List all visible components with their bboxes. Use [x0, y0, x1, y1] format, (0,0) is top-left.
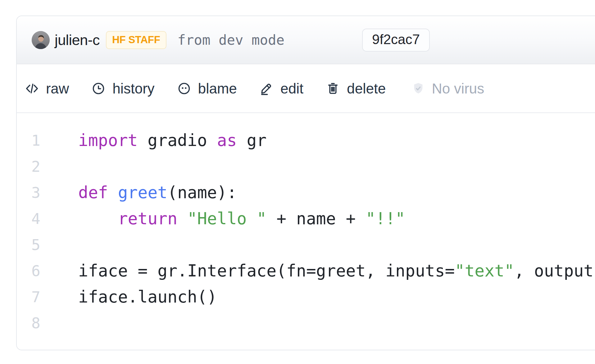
code-line: 5	[17, 232, 595, 258]
commit-hash-pill[interactable]: 9f2cac7	[362, 29, 430, 52]
code-line: 2	[17, 153, 595, 180]
code-token: "text"	[455, 261, 514, 280]
code-text: iface.launch()	[78, 284, 217, 310]
blame-button-label: blame	[198, 80, 237, 97]
edit-button-label: edit	[280, 80, 303, 97]
code-line: 7iface.launch()	[17, 284, 595, 310]
code-token: def	[78, 183, 108, 202]
avatar[interactable]	[32, 31, 50, 49]
code-text: import gradio as gr	[78, 127, 266, 153]
avatar-photo	[32, 31, 50, 49]
pencil-icon	[259, 81, 274, 96]
line-number: 1	[17, 127, 40, 153]
code-line: 4 return "Hello " + name + "!!"	[17, 206, 595, 232]
code-text: def greet(name):	[78, 180, 237, 206]
raw-button-label: raw	[46, 80, 69, 97]
code-icon	[25, 81, 39, 96]
code-token: as	[217, 131, 237, 150]
code-text: return "Hello " + name + "!!"	[78, 206, 405, 232]
line-number: 7	[17, 284, 40, 310]
line-number: 5	[17, 232, 40, 258]
code-token: gr	[237, 131, 267, 150]
page: { "header": { "username": "julien-c", "b…	[0, 0, 595, 364]
code-token: "Hello "	[187, 209, 266, 228]
code-token: + name +	[266, 209, 366, 228]
code-token: , output	[514, 261, 593, 280]
trash-icon	[326, 81, 340, 96]
line-number: 4	[17, 206, 40, 232]
code-token: return	[118, 209, 177, 228]
code-line: 1import gradio as gr	[17, 127, 595, 153]
code-token: (name):	[167, 183, 237, 202]
code-text: iface = gr.Interface(fn=greet, inputs="t…	[78, 258, 593, 284]
commit-message: from dev mode	[178, 32, 284, 48]
code-token: "!!"	[366, 209, 405, 228]
code-viewer: 1import gradio as gr23def greet(name):4 …	[17, 113, 595, 350]
code-line: 6iface = gr.Interface(fn=greet, inputs="…	[17, 258, 595, 284]
line-number: 3	[17, 180, 40, 206]
code-token	[177, 209, 187, 228]
edit-button[interactable]: edit	[259, 80, 303, 97]
file-toolbar: rawhistoryblameeditdeleteNo virus	[17, 64, 595, 113]
code-token: import	[78, 131, 138, 150]
author-username[interactable]: julien-c	[55, 31, 100, 48]
delete-button-label: delete	[347, 80, 386, 97]
virus-scan-label: No virus	[432, 80, 484, 97]
delete-button[interactable]: delete	[326, 80, 386, 97]
blame-button[interactable]: blame	[177, 80, 237, 97]
code-token: iface = gr.Interface(fn=greet, inputs=	[78, 261, 455, 280]
file-viewer-card: julien-c HF STAFF from dev mode 9f2cac7 …	[16, 16, 595, 350]
line-number: 8	[17, 310, 40, 336]
shield-check-icon	[411, 81, 425, 96]
code-line: 8	[17, 310, 595, 336]
smiley-icon	[177, 81, 191, 96]
code-token	[108, 183, 118, 202]
history-button[interactable]: history	[91, 80, 154, 97]
virus-scan-status: No virus	[411, 80, 484, 97]
raw-button[interactable]: raw	[25, 80, 69, 97]
clock-icon	[91, 81, 106, 96]
line-number: 2	[17, 153, 40, 180]
history-button-label: history	[112, 80, 154, 97]
line-number: 6	[17, 258, 40, 284]
hf-staff-badge: HF STAFF	[106, 31, 166, 49]
commit-header: julien-c HF STAFF from dev mode 9f2cac7	[17, 16, 595, 64]
code-token: gradio	[138, 131, 217, 150]
code-token	[78, 209, 118, 228]
code-line: 3def greet(name):	[17, 180, 595, 206]
code-token: greet	[118, 183, 168, 202]
code-token: iface.launch()	[78, 287, 217, 306]
